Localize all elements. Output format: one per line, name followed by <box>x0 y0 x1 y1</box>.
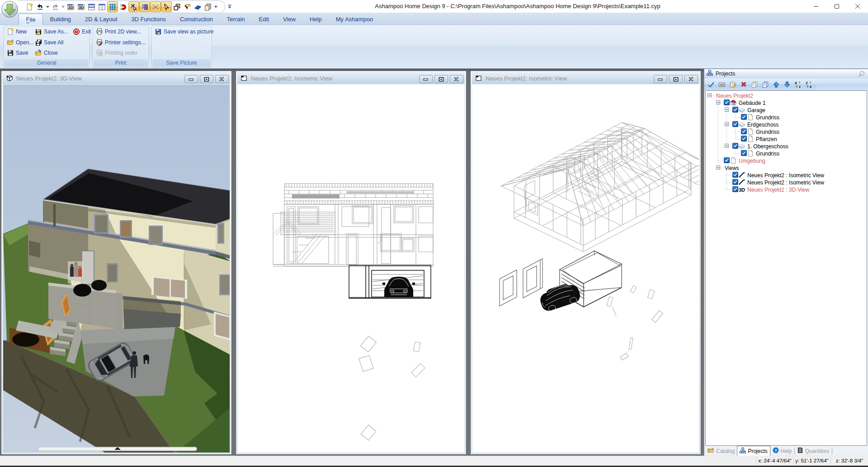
tree-item-1-obergeschoss[interactable]: 1. Obergeschoss <box>706 142 867 150</box>
axis-cross-icon[interactable] <box>150 1 161 12</box>
tree-item-neues-projekt2-3d-view[interactable]: 3DNeues Projekt2 : 3D-View <box>706 186 867 193</box>
tree-checkbox[interactable] <box>741 128 747 134</box>
tab-file[interactable]: File <box>19 14 43 25</box>
panel-tab-catalog[interactable]: Catalog <box>705 446 737 456</box>
split-horizontal-icon[interactable] <box>86 1 97 12</box>
child-restore-button[interactable] <box>200 75 213 83</box>
tree-collapse-toggle[interactable] <box>708 93 712 97</box>
ribbon-button-new[interactable]: New <box>6 26 34 37</box>
grid-icon[interactable] <box>107 1 118 12</box>
blue-plane-icon[interactable] <box>193 1 203 12</box>
close-button[interactable] <box>847 0 868 13</box>
tree-checkbox[interactable] <box>741 114 747 120</box>
undo-icon[interactable] <box>35 1 45 12</box>
isometric-view-canvas-1[interactable] <box>238 85 464 453</box>
tree-checkbox[interactable] <box>732 172 738 178</box>
sort-za-button[interactable]: Za <box>804 80 813 89</box>
tree-checkbox[interactable] <box>741 136 747 142</box>
child-restore-button[interactable] <box>669 75 683 83</box>
tree-checkbox[interactable] <box>732 179 738 185</box>
child-window-title-bar[interactable]: Neues Projekt2: Isometric View <box>472 72 699 84</box>
tab-help[interactable]: Help <box>302 14 329 25</box>
tree-item-grundriss[interactable]: Grundriss <box>706 113 867 121</box>
ribbon-button-printer-settings[interactable]: Printer settings... <box>95 37 123 48</box>
child-window-title-bar[interactable]: Neues Projekt2: Isometric View <box>237 72 465 84</box>
child-close-button[interactable] <box>450 75 463 83</box>
tab-edit[interactable]: Edit <box>252 14 276 25</box>
edit-properties-button[interactable] <box>728 80 737 89</box>
tree-checkbox[interactable] <box>732 186 738 192</box>
tab-my-ashampoo[interactable]: My Ashampoo <box>329 14 380 25</box>
view-2d-icon[interactable]: 2D <box>66 1 76 12</box>
tree-checkbox[interactable] <box>732 107 738 113</box>
3d-view-canvas[interactable] <box>3 85 230 453</box>
sort-az-button[interactable]: Az <box>793 80 802 89</box>
view-3d-icon[interactable]: 3D <box>76 1 86 12</box>
child-window-title-bar[interactable]: Neues Projekt2: 3D-View <box>3 72 230 84</box>
move-down-button[interactable] <box>782 80 792 89</box>
ribbon-button-close[interactable]: Close <box>34 47 72 58</box>
copy-pages-button[interactable] <box>750 80 759 89</box>
tab-terrain[interactable]: Terrain <box>220 14 252 25</box>
tree-checkbox[interactable] <box>732 143 738 149</box>
tree-checkbox[interactable] <box>724 157 730 163</box>
tree-checkbox[interactable] <box>724 99 730 105</box>
ribbon-button-save-view-as-picture[interactable]: Save view as picture <box>154 26 182 37</box>
tree-collapse-toggle[interactable] <box>725 108 729 112</box>
ribbon-button-open[interactable]: Open... <box>6 37 34 48</box>
tab-3d-functions[interactable]: 3D Functions <box>124 14 173 25</box>
cursor-snap-icon[interactable] <box>128 1 139 12</box>
child-minimize-button[interactable] <box>184 75 198 83</box>
red-roof-icon[interactable] <box>182 1 193 12</box>
tree-collapse-toggle[interactable] <box>716 100 720 104</box>
qat-customize-button[interactable] <box>227 3 232 11</box>
child-minimize-button[interactable] <box>654 75 667 83</box>
ruler-bars-icon[interactable] <box>139 1 150 12</box>
tree-checkbox[interactable] <box>732 121 738 127</box>
child-minimize-button[interactable] <box>419 75 433 83</box>
split-vertical-icon[interactable] <box>97 1 107 12</box>
tab-view[interactable]: View <box>276 14 303 25</box>
ribbon-button-printing-order[interactable]: Printing order <box>95 47 123 58</box>
tree-collapse-toggle[interactable] <box>716 165 720 170</box>
panel-tab-projects[interactable]: Projects <box>737 446 770 456</box>
overlap-squares-icon[interactable] <box>172 1 182 12</box>
redo-icon[interactable] <box>50 1 61 12</box>
ribbon-button-save-all[interactable]: Save All <box>34 37 72 48</box>
tab-2d-layout[interactable]: 2D & Layout <box>78 14 124 25</box>
tree-item-views[interactable]: Views <box>706 164 867 171</box>
minimize-button[interactable] <box>806 0 826 13</box>
application-menu-button[interactable] <box>1 1 18 18</box>
tab-construction[interactable]: Construction <box>173 14 220 25</box>
isometric-view-canvas-2[interactable] <box>472 85 699 453</box>
tree-item-neues-projekt2[interactable]: Neues Projekt2 <box>706 92 867 99</box>
tree-collapse-toggle[interactable] <box>725 144 729 148</box>
child-close-button[interactable] <box>684 75 698 83</box>
tree-collapse-toggle[interactable] <box>725 122 729 126</box>
copy-stack-dropdown[interactable] <box>213 1 218 12</box>
tree-item-geb-ude-1[interactable]: Gebäude 1 <box>706 99 867 106</box>
undo-dropdown[interactable] <box>45 1 50 12</box>
tree-item-umgebung[interactable]: Umgebung <box>706 157 867 164</box>
tree-item-garage[interactable]: Garage <box>706 106 867 113</box>
panel-tab-quantities[interactable]: Quantities <box>795 446 831 456</box>
ribbon-button-print-2d-view[interactable]: Print 2D view... <box>95 26 123 37</box>
delete-red-x-button[interactable] <box>739 80 748 89</box>
tree-item-grundriss[interactable]: Grundriss <box>706 128 867 135</box>
maximize-button[interactable] <box>826 0 847 13</box>
tree-item-neues-projekt2-isometric-view[interactable]: Neues Projekt2 : Isometric View <box>706 179 867 186</box>
copy-stack-icon[interactable] <box>203 1 213 12</box>
select-arrow-icon[interactable] <box>161 1 172 12</box>
tab-building[interactable]: Building <box>43 14 78 25</box>
rename-abl-button[interactable]: abl <box>717 80 726 89</box>
apply-check-button[interactable] <box>706 80 716 89</box>
new-page-icon[interactable] <box>24 1 35 12</box>
move-up-button[interactable] <box>771 80 781 89</box>
copy-pages-blue-button[interactable] <box>760 80 770 89</box>
ribbon-button-save[interactable]: Save <box>6 47 34 58</box>
ribbon-button-save-as[interactable]: Save As... <box>34 26 72 37</box>
child-restore-button[interactable] <box>434 75 448 83</box>
tree-item-neues-projekt2-isometric-view[interactable]: Neues Projekt2 : Isometric View <box>706 171 867 179</box>
panel-tab-help[interactable]: ?Help <box>770 446 794 456</box>
magnet-icon[interactable] <box>118 1 128 12</box>
